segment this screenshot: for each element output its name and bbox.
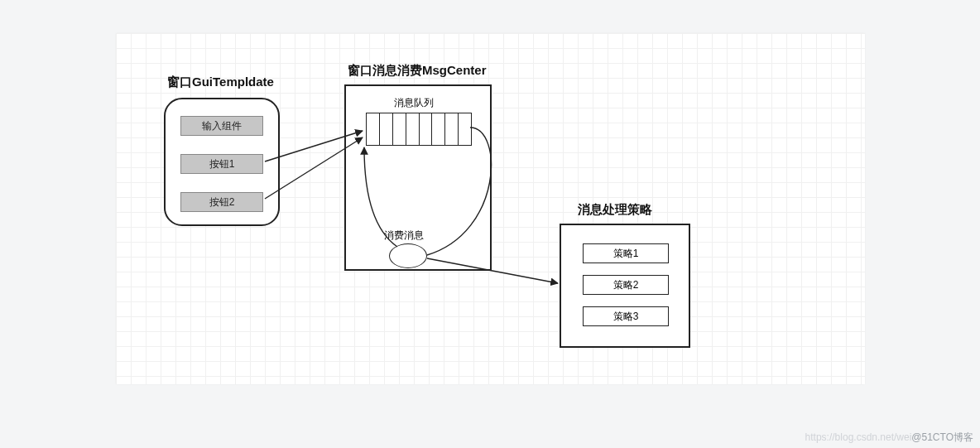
diagram-canvas: 窗口GuiTempldate 窗口消息消费MsgCenter 消息处理策略 输入… — [116, 33, 865, 384]
strategy-title: 消息处理策略 — [578, 202, 652, 218]
strategy-3: 策略3 — [583, 306, 669, 326]
watermark-url: https://blog.csdn.net/wei — [805, 431, 912, 443]
consume-label: 消费消息 — [384, 229, 424, 243]
consume-node — [389, 243, 427, 268]
queue-label: 消息队列 — [394, 96, 434, 110]
msgcenter-box: 消息队列 消费消息 — [344, 84, 492, 271]
strategy-2: 策略2 — [583, 275, 669, 295]
strategy-1: 策略1 — [583, 243, 669, 263]
msgcenter-title: 窗口消息消费MsgCenter — [348, 63, 487, 79]
button-1: 按钮1 — [180, 154, 263, 174]
strategy-box: 策略1 策略2 策略3 — [560, 224, 690, 348]
gui-title: 窗口GuiTempldate — [167, 75, 274, 90]
input-component: 输入组件 — [180, 116, 263, 136]
message-queue — [366, 113, 472, 146]
watermark: https://blog.csdn.net/wei@51CTO博客 — [805, 431, 973, 445]
watermark-attr: @51CTO博客 — [911, 431, 973, 443]
gui-template-box: 输入组件 按钮1 按钮2 — [164, 98, 280, 226]
button-2: 按钮2 — [180, 192, 263, 212]
